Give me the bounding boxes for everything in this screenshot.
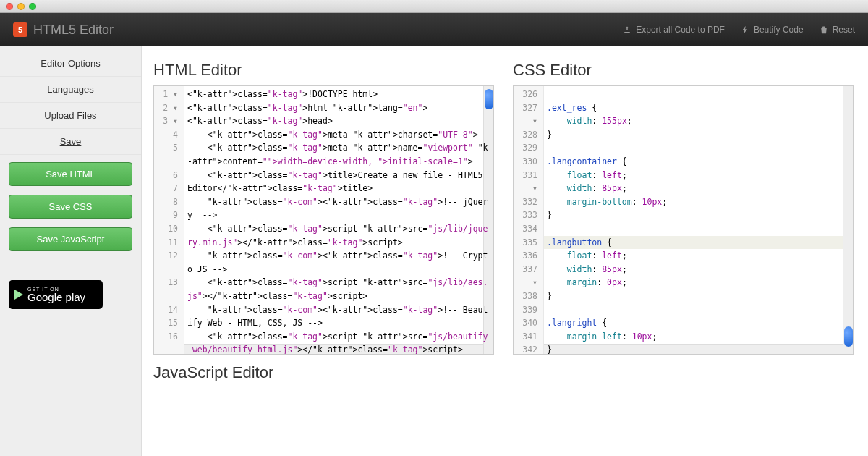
sidebar-item-editor-options[interactable]: Editor Options bbox=[0, 51, 141, 77]
app-logo-icon bbox=[13, 22, 27, 37]
sidebar-item-languages[interactable]: Languages bbox=[0, 77, 141, 103]
content-area: HTML Editor 1 ▾2 ▾3 ▾45 6789101112 13 14… bbox=[142, 46, 868, 456]
app-title: HTML5 Editor bbox=[33, 22, 114, 38]
html-editor[interactable]: 1 ▾2 ▾3 ▾45 6789101112 13 141516 17 18 1… bbox=[153, 85, 494, 355]
window-maximize[interactable] bbox=[29, 3, 36, 10]
save-html-button[interactable]: Save HTML bbox=[9, 162, 132, 186]
css-editor-title: CSS Editor bbox=[513, 61, 854, 80]
play-icon bbox=[14, 290, 23, 300]
html-editor-title: HTML Editor bbox=[153, 61, 494, 80]
sidebar: Editor Options Languages Upload Files Sa… bbox=[0, 46, 142, 456]
upload-icon bbox=[623, 25, 631, 34]
window-close[interactable] bbox=[6, 3, 13, 10]
sidebar-item-save[interactable]: Save bbox=[0, 129, 141, 155]
save-js-button[interactable]: Save JavaScript bbox=[9, 227, 132, 251]
html-gutter: 1 ▾2 ▾3 ▾45 6789101112 13 141516 17 18 1… bbox=[154, 86, 184, 354]
css-code[interactable]: .ext_res { width: 155px;} .langcontainer… bbox=[544, 86, 853, 355]
reset-button[interactable]: Reset bbox=[820, 25, 855, 35]
badge-big-text: Google play bbox=[27, 292, 85, 303]
css-editor[interactable]: 326327 ▾328329330331 ▾332333334335336337… bbox=[513, 85, 854, 355]
trash-icon bbox=[820, 25, 828, 34]
google-play-badge[interactable]: GET IT ON Google play bbox=[9, 280, 103, 309]
css-gutter: 326327 ▾328329330331 ▾332333334335336337… bbox=[514, 86, 544, 354]
html-code[interactable]: <"k-attr">class="k-tag">!DOCTYPE html><"… bbox=[184, 86, 493, 355]
window-minimize[interactable] bbox=[17, 3, 25, 10]
app-header: HTML5 Editor Export all Code to PDF Beut… bbox=[0, 13, 868, 46]
sidebar-item-upload-files[interactable]: Upload Files bbox=[0, 103, 141, 129]
lightning-icon bbox=[741, 25, 749, 34]
beautify-button[interactable]: Beutify Code bbox=[741, 25, 804, 35]
window-titlebar bbox=[0, 0, 868, 13]
export-pdf-button[interactable]: Export all Code to PDF bbox=[623, 25, 725, 35]
save-css-button[interactable]: Save CSS bbox=[9, 195, 132, 219]
js-editor-title: JavaScript Editor bbox=[153, 363, 854, 382]
